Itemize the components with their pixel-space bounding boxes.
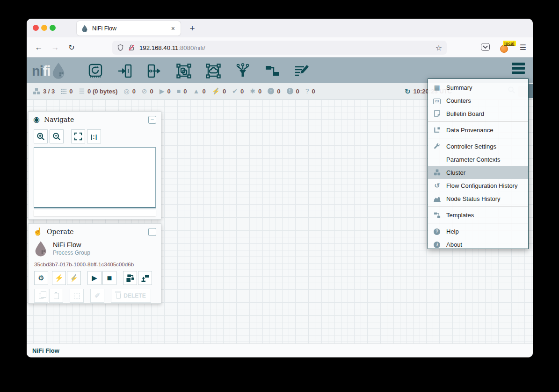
breadcrumb[interactable]: NiFi Flow <box>32 347 59 354</box>
actual-size-icon: |:| <box>91 133 98 140</box>
menu-item-cluster[interactable]: Cluster <box>428 166 528 179</box>
label-icon[interactable] <box>293 63 310 80</box>
fill-color-button[interactable]: ✐ <box>90 289 104 303</box>
nifi-favicon-icon <box>81 25 88 32</box>
menu-item-about[interactable]: i About <box>428 238 528 251</box>
help-icon: ? <box>433 228 441 235</box>
zoom-fit-button[interactable] <box>71 129 85 143</box>
menu-item-templates[interactable]: Templates <box>428 208 528 221</box>
invalid-icon: ▲ <box>193 88 200 94</box>
new-tab-button[interactable]: + <box>186 22 198 35</box>
wrench-icon <box>433 143 441 150</box>
templates-icon <box>433 212 441 218</box>
sync-failure: ?0 <box>305 88 315 95</box>
navigate-collapse-button[interactable]: − <box>148 116 156 124</box>
not-transmitting: ⊘0 <box>142 88 153 95</box>
zoom-out-button[interactable] <box>50 129 64 143</box>
tab-close-icon[interactable]: × <box>170 25 176 32</box>
menu-item-bulletin-board[interactable]: Bulletin Board <box>428 107 528 120</box>
zoom-actual-size-button[interactable]: |:| <box>87 129 101 143</box>
output-port-icon[interactable] <box>145 63 163 80</box>
input-port-icon[interactable] <box>116 63 133 80</box>
play-icon: ▶ <box>92 274 97 282</box>
funnel-icon[interactable] <box>234 63 251 80</box>
history-icon: ↺ <box>433 182 441 189</box>
operate-collapse-button[interactable]: − <box>148 228 156 236</box>
browser-menu-button[interactable]: ☰ <box>516 41 530 54</box>
compass-icon: ◉ <box>33 116 40 123</box>
stop-icon: ■ <box>107 273 112 283</box>
paste-button[interactable] <box>49 289 63 303</box>
process-group-icon[interactable] <box>175 63 192 80</box>
hand-icon: ☝ <box>33 228 43 235</box>
menu-item-parameter-contexts[interactable]: Parameter Contexts <box>428 153 528 166</box>
summary-icon: ▦ <box>433 84 441 91</box>
invalid: ▲0 <box>193 88 206 95</box>
save-template-icon <box>126 274 134 282</box>
breadcrumb-bar: NiFi Flow <box>27 343 533 357</box>
zoom-in-button[interactable] <box>34 129 48 143</box>
group-button[interactable] <box>70 289 84 303</box>
stop-button[interactable]: ■ <box>102 271 116 285</box>
configure-button[interactable]: ⚙ <box>34 271 48 285</box>
brush-icon: ✐ <box>94 292 101 300</box>
stopped-icon: ■ <box>177 88 181 94</box>
menu-item-summary[interactable]: ▦ Summary <box>428 81 528 94</box>
zoom-window-button[interactable] <box>50 25 56 31</box>
operate-panel: ☝ Operate − NiFi Flow Process Group 35cb… <box>28 223 161 304</box>
paste-icon <box>54 293 59 299</box>
tab-bar: NiFi Flow × + <box>27 19 533 37</box>
copy-button[interactable] <box>34 289 48 303</box>
back-button[interactable]: ← <box>32 41 45 54</box>
processor-icon[interactable] <box>87 63 104 80</box>
disabled-icon: ⚡ <box>212 88 220 94</box>
browser-navbar: ← → ↻ 192.168.40.11:8080/nifi/ ☆ local ☰ <box>27 37 533 57</box>
birdseye-brush[interactable] <box>34 210 156 216</box>
delete-button[interactable]: DELETE <box>111 289 151 303</box>
data-provenance-icon <box>433 127 441 133</box>
lightning-icon: ⚡ <box>55 274 64 282</box>
pocket-icon[interactable] <box>481 43 490 51</box>
menu-item-controller-settings[interactable]: Controller Settings <box>428 140 528 153</box>
birdseye-view[interactable] <box>34 147 156 208</box>
locally-modified-stale: !0 <box>287 88 299 95</box>
area-chart-icon <box>433 196 441 202</box>
copy-icon <box>39 293 44 299</box>
remote-process-group-icon[interactable] <box>204 63 222 80</box>
forward-button[interactable]: → <box>49 41 62 54</box>
shield-icon[interactable] <box>117 44 124 51</box>
check-icon: ✔ <box>232 88 238 94</box>
disabled: ⚡0 <box>212 88 226 95</box>
url-bar[interactable]: 192.168.40.11:8080/nifi/ ☆ <box>112 41 447 55</box>
enable-button[interactable]: ⚡ <box>52 271 66 285</box>
up-to-date: ✔0 <box>232 88 244 95</box>
cluster-icon <box>33 88 40 95</box>
template-icon[interactable] <box>263 63 281 80</box>
menu-item-node-status-history[interactable]: Node Status History <box>428 192 528 205</box>
menu-separator <box>428 207 528 207</box>
global-menu-button[interactable] <box>512 63 525 74</box>
close-window-button[interactable] <box>33 25 39 31</box>
start-button[interactable]: ▶ <box>87 271 102 285</box>
refresh-icon[interactable]: ↻ <box>405 87 411 96</box>
url-text[interactable]: 192.168.40.11:8080/nifi/ <box>139 44 431 51</box>
insecure-lock-icon[interactable] <box>128 44 135 51</box>
save-template-button[interactable] <box>123 271 137 285</box>
browser-tab[interactable]: NiFi Flow × <box>77 21 181 36</box>
menu-item-help[interactable]: ? Help <box>428 225 528 238</box>
disable-button[interactable]: ⚡ <box>67 271 81 285</box>
upload-template-button[interactable] <box>138 271 152 285</box>
menu-item-counters[interactable]: 23 Counters <box>428 94 528 107</box>
menu-item-data-provenance[interactable]: Data Provenance <box>428 123 528 136</box>
url-suffix: :8080/nifi/ <box>178 44 205 51</box>
menu-separator <box>428 223 528 223</box>
running: ▶0 <box>160 88 171 95</box>
group-icon <box>74 293 80 299</box>
reload-button[interactable]: ↻ <box>65 41 78 54</box>
minimize-window-button[interactable] <box>41 25 47 31</box>
logo-text-fi: fi <box>43 64 51 78</box>
bookmark-star-icon[interactable]: ☆ <box>436 43 442 52</box>
threads-icon <box>61 88 66 94</box>
container-tab-indicator[interactable]: local <box>499 42 515 54</box>
menu-item-flow-configuration-history[interactable]: ↺ Flow Configuration History <box>428 179 528 192</box>
